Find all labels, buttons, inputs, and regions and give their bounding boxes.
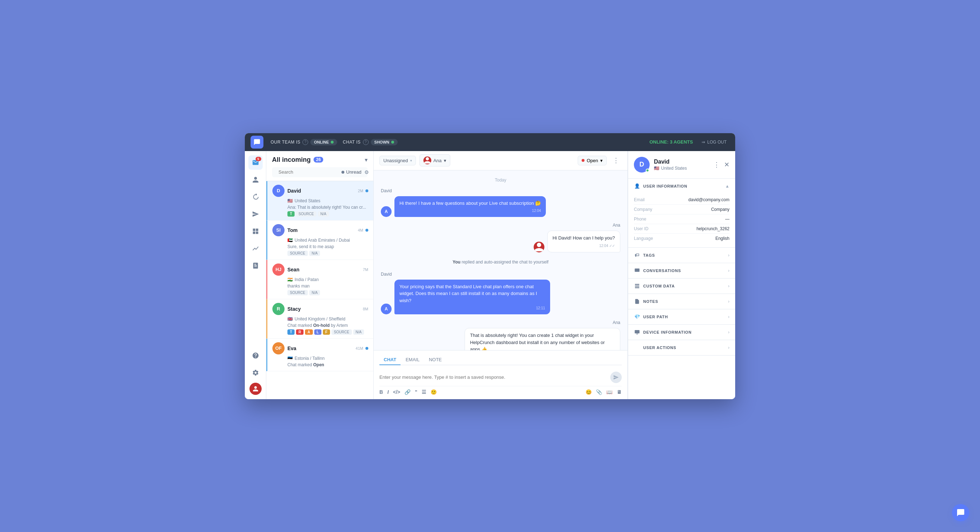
attachment-button[interactable]: 📎 xyxy=(596,389,602,395)
msg-bubble-2: Hi David! How can I help you? 12:04 ✓✓ xyxy=(547,231,620,252)
assigned-label: Unassigned xyxy=(383,158,408,163)
status-open-button[interactable]: Open ▾ xyxy=(578,156,607,166)
user-info-header[interactable]: 👤 USER INFORMATION ▲ xyxy=(628,178,735,194)
inbox-badge: 5 xyxy=(256,157,261,161)
stacy-tag-r: R xyxy=(296,330,304,335)
msg-row-1: A Hi there! I have a few questions about… xyxy=(381,196,620,217)
user-actions-chevron: › xyxy=(728,345,729,350)
quote-button[interactable]: " xyxy=(415,389,417,395)
conv-list-chevron[interactable]: ▾ xyxy=(365,156,368,163)
nav-inbox[interactable]: 5 xyxy=(248,155,263,170)
chat-help-icon[interactable]: ? xyxy=(363,139,369,145)
saved-responses-button[interactable]: 📖 xyxy=(606,389,612,395)
chat-status-badge[interactable]: SHOWN xyxy=(371,139,398,145)
panel-close-button[interactable]: ✕ xyxy=(724,161,729,169)
notes-header[interactable]: NOTES › xyxy=(628,294,735,309)
message-input[interactable] xyxy=(379,374,608,380)
msg-avatar-david: A xyxy=(381,206,391,217)
emoji-picker-button[interactable]: 😊 xyxy=(585,389,592,395)
stacy-source-value: N/A xyxy=(353,330,364,335)
conv-item-left: D David xyxy=(272,185,301,197)
tab-email[interactable]: EMAIL xyxy=(401,355,424,365)
unread-dot xyxy=(342,171,344,174)
panel-user-avatar: D xyxy=(634,157,650,172)
conversations-header[interactable]: CONVERSATIONS › xyxy=(628,263,735,278)
team-status-badge[interactable]: ONLINE xyxy=(310,139,337,145)
userid-label: User ID xyxy=(634,226,662,231)
tags-icon: 🏷 xyxy=(634,252,640,258)
tab-note[interactable]: NOTE xyxy=(425,355,446,365)
nav-campaigns[interactable] xyxy=(248,207,263,221)
conv-item-sean[interactable]: HJ Sean 7M 🇮🇳India / Patan thanks man SO… xyxy=(266,260,373,299)
stacy-source-label: SOURCE xyxy=(331,330,352,335)
agent-avatar xyxy=(423,156,431,164)
panel-country-text: United States xyxy=(661,166,687,171)
conv-item-stacy[interactable]: R Stacy 8M 🇬🇧United Kingdom / Sheffield … xyxy=(266,299,373,339)
conv-item-tom[interactable]: SI Tom 4M 🇦🇪United Arab Emirates / Dubai… xyxy=(266,221,373,260)
conv-item-top: OF Eva 41M xyxy=(272,342,368,354)
email-value: david@company.com xyxy=(688,197,729,202)
user-path-title: 💎 USER PATH xyxy=(634,314,668,320)
david-name: David xyxy=(287,188,301,194)
tom-country: 🇦🇪United Arab Emirates / Dubai xyxy=(272,238,368,243)
eva-avatar: OF xyxy=(272,342,285,354)
notes-section: NOTES › xyxy=(628,294,735,309)
tags-header[interactable]: 🏷 TAGS › xyxy=(628,248,735,263)
topbar-items: OUR TEAM IS ? ONLINE CHAT IS ? SHOWN xyxy=(270,139,649,145)
msg-sender-david-2: David xyxy=(381,272,620,277)
agent-dropdown[interactable]: Ana ▾ xyxy=(420,154,450,166)
user-actions-section: USER ACTIONS › xyxy=(628,340,735,355)
nav-widget[interactable] xyxy=(248,224,263,239)
unread-filter[interactable]: Unread xyxy=(342,169,361,175)
nav-reports[interactable] xyxy=(248,241,263,256)
system-msg: You replied and auto-assigned the chat t… xyxy=(381,258,620,266)
logout-label: LOG OUT xyxy=(707,140,727,145)
stacy-name: Stacy xyxy=(287,306,301,312)
send-button[interactable] xyxy=(610,372,622,383)
user-info-section: 👤 USER INFORMATION ▲ Email david@company… xyxy=(628,178,735,248)
nav-help[interactable] xyxy=(248,348,263,363)
conv-item-david[interactable]: D David 2M 🇺🇸United States Ana: That is … xyxy=(266,181,373,221)
msg-group-2: Ana Hi David! How can I help you? 12:04 … xyxy=(381,223,620,252)
nav-docs[interactable] xyxy=(248,258,263,273)
code-button[interactable]: </> xyxy=(393,389,400,395)
stacy-tag-a: A xyxy=(305,330,312,335)
user-actions-header[interactable]: USER ACTIONS › xyxy=(628,340,735,355)
logout-button[interactable]: ⇒ LOG OUT xyxy=(699,138,729,146)
sean-preview: thanks man xyxy=(272,284,368,288)
nav-settings[interactable] xyxy=(248,366,263,380)
nav-users[interactable] xyxy=(248,172,263,187)
assigned-chevron: ▾ xyxy=(410,159,412,162)
tom-avatar: SI xyxy=(272,224,285,236)
custom-data-section: CUSTOM DATA › xyxy=(628,279,735,294)
custom-data-title: CUSTOM DATA xyxy=(634,283,675,289)
sean-country: 🇮🇳India / Patan xyxy=(272,277,368,282)
bold-button[interactable]: B xyxy=(379,389,383,395)
fab-chat-button[interactable] xyxy=(952,504,969,521)
company-value: Company xyxy=(711,207,729,212)
conv-item-left: OF Eva xyxy=(272,342,296,354)
assigned-dropdown[interactable]: Unassigned ▾ xyxy=(379,156,416,166)
chat-more-button[interactable]: ⋮ xyxy=(610,155,622,166)
device-info-header[interactable]: DEVICE INFORMATION › xyxy=(628,325,735,340)
user-path-icon: 💎 xyxy=(634,314,640,320)
conv-item-top: SI Tom 4M xyxy=(272,224,368,236)
filter-settings-icon[interactable]: ⚙ xyxy=(364,169,369,175)
panel-more-button[interactable]: ⋮ xyxy=(713,161,720,169)
search-input[interactable] xyxy=(278,169,339,175)
italic-button[interactable]: I xyxy=(387,389,389,395)
app-logo xyxy=(251,136,263,148)
tab-chat[interactable]: CHAT xyxy=(379,355,401,365)
nav-history[interactable] xyxy=(248,190,263,204)
team-help-icon[interactable]: ? xyxy=(302,139,308,145)
chat-status-dot xyxy=(391,141,394,143)
smiley-button[interactable]: 🙂 xyxy=(431,389,437,395)
agent-chevron: ▾ xyxy=(444,158,446,163)
list-button[interactable]: ☰ xyxy=(422,389,426,395)
screen-button[interactable]: 🖥 xyxy=(617,389,622,395)
link-button[interactable]: 🔗 xyxy=(404,389,410,395)
conv-item-eva[interactable]: OF Eva 41M 🇪🇪Estonia / Tallinn Chat mark… xyxy=(266,339,373,371)
user-path-header[interactable]: 💎 USER PATH › xyxy=(628,309,735,324)
custom-data-header[interactable]: CUSTOM DATA › xyxy=(628,279,735,293)
user-profile-avatar[interactable] xyxy=(250,383,262,395)
